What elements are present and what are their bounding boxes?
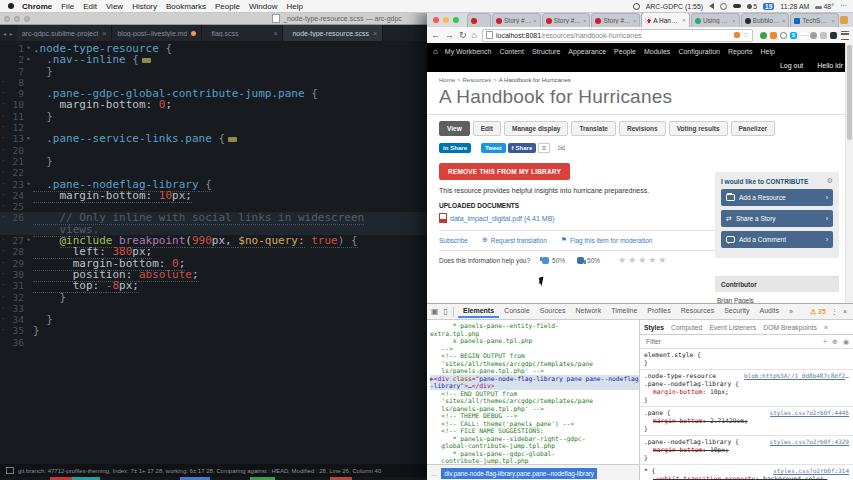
device-toolbar-icon[interactable]: ▯ [444, 307, 448, 316]
menubar-item-edit[interactable]: Edit [83, 2, 97, 11]
page-scrollbar[interactable] [845, 43, 853, 303]
linkedin-share-button[interactable]: inShare [439, 143, 471, 153]
css-property[interactable]: -webkit-transition-property: background-… [644, 475, 849, 480]
minimize-window-icon[interactable] [443, 17, 449, 23]
devtools-tab-resources[interactable]: Resources [676, 305, 719, 318]
admin-nav-reports[interactable]: Reports [728, 48, 753, 55]
editor-tab-_node-type-resource.scss[interactable]: _node-type-resource.scss× [283, 25, 383, 41]
devtools-tab-sources[interactable]: Sources [535, 305, 571, 318]
apple-menu-icon[interactable] [8, 3, 14, 9]
contribute-button-share-a-story[interactable]: ⇄Share a Story› [721, 210, 833, 227]
browser-traffic-lights[interactable] [433, 17, 463, 23]
styles-tab-styles[interactable]: Styles [644, 324, 664, 331]
editor-traffic-lights[interactable] [4, 16, 34, 22]
close-tab-icon[interactable]: × [732, 18, 736, 24]
menubar-clock[interactable]: 11:28 AM [780, 3, 809, 10]
browser-tab-A Handboo[interactable]: A Handboo× [641, 12, 690, 27]
element-state-icon[interactable]: ◉ [843, 338, 849, 346]
devtools-tab-security[interactable]: Security [719, 305, 754, 318]
style-rules[interactable]: element.style {}blob:http%3A//1_0d8b487c… [640, 349, 853, 480]
page-action-icon[interactable] [734, 32, 740, 38]
close-tab-icon[interactable]: × [533, 18, 537, 24]
editor-tab-arc-gdpc.sublime-project[interactable]: arc-gdpc.sublime-project× [17, 25, 113, 41]
css-property[interactable]: margin-bottom: 2.71429em; [644, 417, 849, 425]
forward-icon[interactable]: → [445, 30, 454, 40]
admin-home-icon[interactable]: ⌂ [433, 47, 438, 56]
extension-icon[interactable] [760, 32, 767, 39]
action-link-flag-this-item-for-moderation[interactable]: Flag this item for moderation [570, 237, 652, 244]
menubar-item-help[interactable]: Help [286, 2, 302, 11]
profile-avatar[interactable] [840, 16, 848, 24]
close-window-icon[interactable] [4, 16, 10, 22]
admin-nav-structure[interactable]: Structure [532, 48, 560, 55]
editor-tab-blog-post--livestyle.md[interactable]: blog-post--livestyle.md [112, 25, 202, 41]
styles-tab-computed[interactable]: Computed [671, 324, 702, 331]
weather-item[interactable]: 48° [815, 3, 834, 10]
browser-tab-TechSmith[interactable]: TechSmith× [790, 13, 839, 27]
devtools-tab-network[interactable]: Network [570, 305, 606, 318]
extension-icon[interactable] [820, 32, 827, 39]
menubar-item-chrome[interactable]: Chrome [22, 2, 52, 11]
skype-extension-icon[interactable]: S [790, 32, 797, 39]
menubar-more-icon[interactable]: ⋯ [840, 2, 847, 10]
browser-tab-Bubblod m[interactable]: Bubblod m× [741, 13, 790, 27]
pdf-file-link[interactable]: data_impact_digital.pdf (4.41 MB) [450, 215, 555, 222]
stylesheet-link[interactable]: styles.css?o2rb0f:314 [773, 467, 849, 475]
node-tab-view[interactable]: View [439, 121, 470, 136]
gutter-fold-icon[interactable]: ▸ [24, 133, 33, 144]
inspect-element-icon[interactable]: ▣ [431, 307, 439, 316]
tweet-button[interactable]: Tweet [481, 143, 506, 153]
extension-icon[interactable] [830, 32, 837, 39]
email-share-icon[interactable]: ✉ [558, 143, 566, 153]
breadcrumb-link[interactable]: Home [439, 77, 455, 83]
gear-icon[interactable]: ⚙ [827, 177, 833, 185]
git-status-text[interactable]: git branch: 47712-profiles-theming, Inde… [18, 468, 381, 474]
recording-timer[interactable]: ARC-GDPC (1:55) [646, 3, 704, 10]
close-tab-icon[interactable]: × [373, 30, 377, 37]
status-ring-icon[interactable] [720, 3, 727, 10]
minimize-window-icon[interactable] [14, 16, 20, 22]
gutter-fold-icon[interactable]: ▾ [24, 179, 33, 190]
statusbar-window-icon[interactable] [6, 467, 14, 474]
contribute-button-add-a-comment[interactable]: Add a Comment› [721, 231, 833, 248]
devtools-tab-elements[interactable]: Elements [458, 305, 499, 318]
node-tab-revisions[interactable]: Revisions [619, 121, 666, 136]
action-link-request-translation[interactable]: Request translation [491, 237, 547, 244]
close-window-icon[interactable] [433, 17, 439, 23]
gutter-fold-icon[interactable]: ▸ [24, 54, 33, 65]
devtools-tab-console[interactable]: Console [499, 305, 535, 318]
extension-icon[interactable] [780, 32, 787, 39]
chrome-menu-icon[interactable] [841, 31, 849, 40]
close-tab-icon[interactable]: × [782, 18, 786, 24]
admin-nav-modules[interactable]: Modules [644, 48, 670, 55]
thumbs-up-icon[interactable] [542, 257, 549, 264]
node-tab-edit[interactable]: Edit [473, 121, 501, 136]
dom-tree[interactable]: * panels-pane--entity-field-extra.tpl.ph… [427, 320, 639, 464]
node-tab-manage-display[interactable]: Manage display [504, 121, 568, 136]
extension-icon[interactable] [810, 32, 817, 39]
node-tab-translate[interactable]: Translate [571, 121, 616, 136]
sync-status[interactable]: 5 [747, 3, 757, 10]
admin-nav-my-workbench[interactable]: My Workbench [445, 48, 492, 55]
new-rule-icon[interactable]: + [823, 338, 827, 345]
zoom-window-icon[interactable] [453, 17, 459, 23]
devtools-overflow-icon[interactable]: » [784, 306, 798, 317]
user-greeting[interactable]: Hello ldr [817, 62, 843, 69]
breadcrumb-link[interactable]: Resources [463, 77, 492, 83]
admin-nav-help[interactable]: Help [761, 48, 775, 55]
browser-tab-pinned[interactable] [467, 13, 491, 27]
menubar-item-view[interactable]: View [106, 2, 123, 11]
volume-icon[interactable] [709, 3, 714, 9]
selected-node-breadcrumb[interactable]: div.pane-node-flag-library.pane.pane--no… [441, 468, 597, 479]
admin-nav-people[interactable]: People [614, 48, 636, 55]
selected-dom-node[interactable]: ▶<div class="pane-node-flag-library pane… [430, 375, 639, 390]
home-icon[interactable]: ⌂ [472, 30, 477, 40]
styles-tab-event-listeners[interactable]: Event Listeners [709, 324, 756, 331]
pin-icon[interactable]: ⊕ [832, 338, 838, 346]
stylesheet-link[interactable]: styles.css?o2rb0f:4329 [770, 438, 849, 446]
reload-icon[interactable]: ↻ [459, 30, 467, 40]
thumbs-down-icon[interactable] [577, 257, 584, 264]
node-tab-panelizer[interactable]: Panelizer [731, 121, 776, 136]
styles-tab-dom-breakpoints[interactable]: DOM Breakpoints [763, 324, 817, 331]
browser-tab-Story #47[interactable]: Story #47× [591, 13, 640, 27]
